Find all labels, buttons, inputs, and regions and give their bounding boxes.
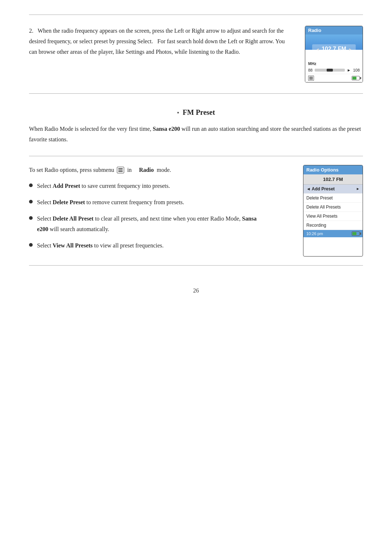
ro-delete-preset: Delete Preset [303, 194, 363, 203]
top-paragraph: When the radio frequency appears on the … [29, 28, 285, 55]
radio-mhz-label: MHz [305, 60, 363, 66]
ro-freq: 102.7 FM [303, 174, 363, 185]
e200-bold: e200 [37, 226, 48, 232]
freq-arrow-right: ► [348, 47, 352, 51]
radio-bar-area: 88 ► 108 [305, 66, 363, 74]
radio-menu-icon [308, 76, 314, 81]
top-text: 2. When the radio frequency appears on t… [29, 26, 294, 57]
submenu-prefix: To set Radio options, press submenu [29, 165, 114, 175]
top-section: 2. When the radio frequency appears on t… [29, 15, 363, 94]
ro-delete-preset-label: Delete Preset [306, 195, 333, 201]
freq-arrow-left: ◄ [316, 47, 319, 51]
delete-preset-bold: Delete Preset [53, 199, 85, 205]
play-icon: ► [347, 68, 351, 72]
add-preset-bold: Add Preset [53, 183, 80, 189]
page-content: 2. When the radio frequency appears on t… [29, 15, 363, 294]
list-item: Select View All Presets to view all pres… [29, 241, 292, 251]
range-end: 108 [353, 68, 360, 72]
bullet-text: Select Delete All Preset to clear all pr… [37, 214, 292, 235]
delete-all-preset-bold: Delete All Preset [53, 215, 94, 222]
ro-add-preset-label: ◄ Add Preset [306, 186, 335, 191]
page-number: 26 [29, 287, 363, 294]
submenu-icon [117, 167, 124, 173]
range-start: 88 [308, 68, 313, 72]
submenu-radio-bold: Radio [139, 165, 154, 175]
bullet-list: Select Add Preset to save current freque… [29, 181, 292, 251]
ro-title: Radio Options [303, 165, 363, 174]
bullet-text: Select Delete Preset to remove current f… [37, 197, 292, 208]
brand-name: Sansa e200 [153, 126, 180, 132]
radio-freq-display: ◄ 102.7 FM ► [312, 44, 355, 54]
bullet-dot [29, 216, 33, 220]
battery-fill [352, 77, 356, 80]
ro-time: 10:26 pm [306, 231, 323, 236]
fast-search-text: For fast search hold down the Left or Ri… [29, 38, 285, 55]
fm-preset-body: To set Radio options, press submenu in R… [29, 156, 363, 266]
submenu-line: To set Radio options, press submenu in R… [29, 165, 292, 175]
submenu-in: in [127, 165, 131, 175]
view-all-presets-bold: View All Presets [53, 242, 93, 249]
battery-icon [352, 76, 360, 80]
radio-options-device: Radio Options 102.7 FM ◄ Add Preset ► De… [303, 165, 363, 257]
bullet-text: Select View All Presets to view all pres… [37, 241, 292, 251]
submenu-end: mode. [157, 165, 171, 175]
intro-paragraph: When Radio Mode is selected for the very… [29, 124, 363, 145]
bullet-dot [29, 200, 33, 203]
bullet-text: Select Add Preset to save current freque… [37, 181, 292, 191]
ro-recording: Recording [303, 221, 363, 230]
ro-time-bar: 10:26 pm [303, 230, 363, 237]
ro-delete-all-label: Delete All Presets [306, 205, 341, 210]
ro-battery-fill [352, 232, 356, 235]
sansa-bold: Sansa [242, 215, 257, 222]
list-item: Select Delete All Preset to clear all pr… [29, 214, 292, 235]
bullet-dot [29, 243, 33, 247]
fm-preset-inner: To set Radio options, press submenu in R… [29, 165, 363, 257]
ro-view-all-label: View All Presets [306, 214, 338, 219]
radio-device-top: Radio ◄ 102.7 FM ► MHz 88 ► 108 [305, 26, 363, 82]
ro-battery-icon [352, 231, 360, 236]
radio-freq-area: ◄ 102.7 FM ► [305, 35, 363, 60]
ro-add-preset: ◄ Add Preset ► [303, 185, 363, 194]
list-item: Select Add Preset to save current freque… [29, 181, 292, 191]
list-item: Select Delete Preset to remove current f… [29, 197, 292, 208]
bullet-dot [29, 183, 33, 187]
fm-preset-heading: FM Preset [29, 108, 363, 117]
step-number: 2. [29, 26, 33, 36]
radio-bar [315, 69, 345, 72]
ro-view-all-presets: View All Presets [303, 212, 363, 221]
radio-title-bar: Radio [305, 26, 363, 35]
ro-arrow: ► [356, 187, 360, 191]
fm-preset-text: To set Radio options, press submenu in R… [29, 165, 292, 257]
ro-recording-label: Recording [306, 223, 326, 228]
ro-delete-all-presets: Delete All Presets [303, 203, 363, 212]
frequency-value: 102.7 FM [322, 46, 346, 52]
radio-bar-fill [327, 69, 333, 72]
radio-bottom-bar [305, 74, 363, 82]
